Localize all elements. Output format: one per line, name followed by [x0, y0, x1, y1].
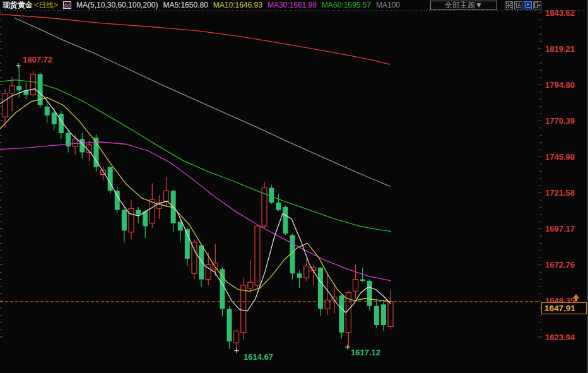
last-price-value: 1647.91: [544, 304, 575, 313]
symbol-name[interactable]: 现货黄金: [3, 0, 33, 11]
axis-label: 1721.58: [545, 188, 575, 198]
candle: [115, 186, 120, 213]
candle: [276, 194, 281, 211]
extreme-marker: 1617.12: [345, 345, 380, 357]
candle: [38, 73, 43, 108]
extreme-marker: 1614.67: [234, 348, 273, 362]
candle: [178, 217, 183, 242]
candle: [234, 329, 239, 351]
crosshair-icon[interactable]: [505, 1, 513, 9]
chart-panel-icon[interactable]: [524, 1, 532, 9]
axis-ticks: [0, 13, 542, 337]
candle: [164, 177, 169, 207]
candle: [248, 260, 253, 292]
chart-window: 1843.621819.211794.801770.391745.981721.…: [0, 0, 588, 373]
extreme-marker: 1807.72: [16, 55, 52, 68]
price-axis[interactable]: 1843.621819.211794.801770.391745.981721.…: [545, 8, 575, 342]
axis-label: 1770.39: [545, 116, 575, 126]
mini-chart-icon[interactable]: [63, 1, 71, 9]
ma-line-ma5: [0, 89, 391, 313]
candle: [30, 71, 35, 97]
candle: [367, 280, 372, 311]
candle: [339, 294, 344, 338]
axis-label: 1672.76: [545, 260, 575, 269]
candle: [52, 108, 57, 130]
candle: [381, 300, 386, 331]
candle: [241, 278, 246, 340]
candle: [255, 225, 260, 288]
ma100-legend: MA100: [376, 1, 400, 9]
candle: [325, 273, 330, 315]
ma-line-ma100: [15, 18, 390, 187]
candle: [45, 100, 50, 122]
axis-label: 1745.98: [545, 152, 575, 162]
candle: [297, 271, 302, 288]
theme-selector-button[interactable]: 全部主题▼: [430, 1, 497, 10]
candle: [143, 210, 148, 238]
candle: [150, 184, 155, 228]
ma30-legend: MA30:1661.98: [268, 1, 317, 9]
axis-label: 1819.21: [545, 44, 575, 54]
ma10-legend: MA10:1646.93: [213, 1, 262, 9]
candle: [199, 244, 204, 287]
ma60-legend: MA60:1695.57: [322, 1, 371, 9]
candle: [374, 299, 379, 328]
ma-settings-label[interactable]: MA(5,10,30,60,100,200): [76, 1, 158, 9]
candle: [220, 268, 225, 316]
extreme-price-label: 1617.12: [351, 348, 380, 357]
candle: [122, 207, 127, 242]
candle: [388, 290, 393, 329]
candle: [262, 182, 267, 229]
candle: [156, 195, 162, 218]
candle: [227, 306, 232, 349]
axis-label: 1794.80: [545, 80, 575, 90]
toolbar-icons: [505, 1, 541, 9]
axis-label: 1697.17: [545, 224, 575, 234]
ma-line-ma200: [0, 15, 390, 65]
candle: [353, 264, 358, 299]
extreme-price-label: 1614.67: [244, 352, 273, 362]
candle: [129, 199, 134, 239]
candle: [9, 77, 15, 111]
ma5-legend: MA5:1650.80: [163, 1, 208, 9]
candle: [290, 234, 295, 280]
candle: [171, 189, 176, 232]
period-label[interactable]: <日线>: [34, 0, 58, 11]
candle: [269, 185, 274, 204]
axis-label: 1623.94: [545, 333, 575, 342]
extreme-price-label: 1807.72: [23, 55, 52, 64]
axis-scale-icon[interactable]: [514, 1, 522, 9]
last-price-box: 1647.91: [542, 302, 587, 314]
popout-icon[interactable]: [533, 1, 541, 9]
candle: [283, 206, 288, 235]
candle: [66, 130, 71, 152]
candlestick-chart[interactable]: 1843.621819.211794.801770.391745.981721.…: [0, 0, 588, 373]
candle: [59, 111, 64, 139]
chart-header: 现货黄金 <日线> MA(5,10,30,60,100,200) MA5:165…: [0, 0, 587, 10]
candle: [101, 165, 106, 180]
candle: [318, 268, 323, 316]
candles: [3, 66, 393, 351]
